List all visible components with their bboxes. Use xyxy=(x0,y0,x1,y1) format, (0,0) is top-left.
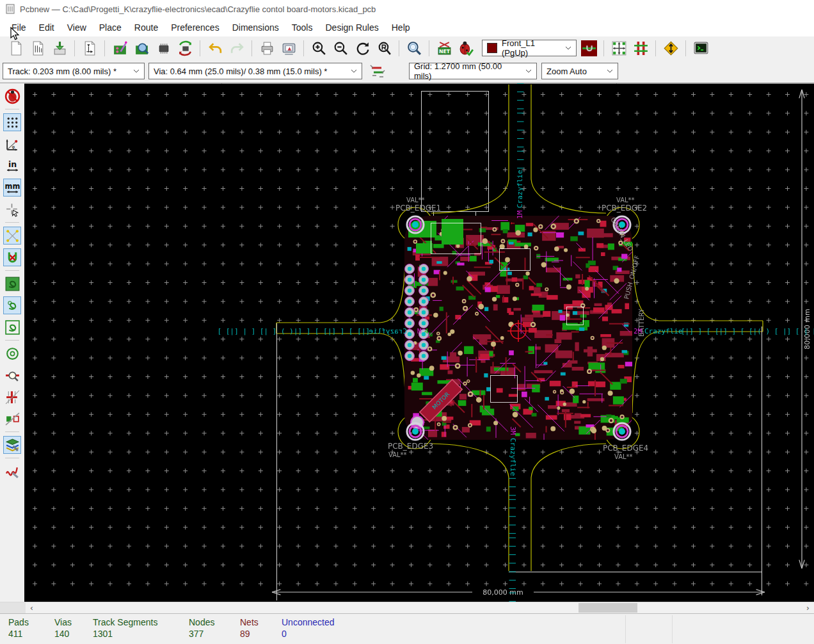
auto-track-width-icon[interactable] xyxy=(369,62,387,80)
new-board-icon[interactable] xyxy=(7,39,25,57)
zone-sketch-mode-icon[interactable] xyxy=(3,296,21,314)
zoom-out-icon[interactable] xyxy=(331,39,349,57)
ratsnest-visibility-icon[interactable] xyxy=(3,227,21,245)
toolbar-separator xyxy=(303,40,304,56)
microwave-tools-icon[interactable] xyxy=(662,39,680,57)
toolbar-separator xyxy=(104,40,105,56)
track-clearance-icon[interactable] xyxy=(3,388,21,406)
print-icon[interactable] xyxy=(258,39,276,57)
toolbar-separator xyxy=(655,40,656,56)
layer-select-value: Front_L1 (PgUp) xyxy=(502,38,560,58)
plot-icon[interactable] xyxy=(280,39,298,57)
toolbar-separator xyxy=(74,40,75,56)
toolbar-separator xyxy=(251,40,252,56)
status-field-track-segments: Track Segments1301 xyxy=(93,616,157,640)
via-size-select[interactable]: Via: 0.64 mm (25.0 mils)/ 0.38 mm (15.0 … xyxy=(148,63,362,79)
python-console-icon[interactable] xyxy=(692,39,710,57)
netlist-icon[interactable]: NET xyxy=(435,39,453,57)
title-bar: Pcbnew — C:\Cad\Progetti_K\crazyflie-ele… xyxy=(0,0,814,18)
menu-view[interactable]: View xyxy=(61,20,93,35)
menu-place[interactable]: Place xyxy=(93,20,128,35)
left-toolbar: φinmm xyxy=(0,83,24,602)
drc-off-icon[interactable] xyxy=(3,87,21,105)
zoom-value: Zoom Auto xyxy=(547,67,587,76)
app-icon xyxy=(5,4,15,14)
menu-edit[interactable]: Edit xyxy=(33,20,61,35)
footprint-mode-icon[interactable] xyxy=(610,39,628,57)
layer-select[interactable]: Front_L1 (PgUp) xyxy=(482,40,577,56)
save-board-icon[interactable] xyxy=(51,39,68,57)
menu-route[interactable]: Route xyxy=(128,20,164,35)
status-label: Nodes xyxy=(189,616,214,628)
chevron-down-icon xyxy=(560,46,571,51)
footprint-browser-icon[interactable] xyxy=(132,39,150,57)
microwave-toolbar-toggle-icon[interactable] xyxy=(3,462,21,480)
zoom-fit-icon[interactable] xyxy=(375,39,393,57)
via-sketch-mode-icon[interactable] xyxy=(3,344,21,362)
chevron-down-icon xyxy=(128,69,140,74)
undo-icon[interactable] xyxy=(206,39,224,57)
find-icon[interactable] xyxy=(405,39,423,57)
menu-dimensions[interactable]: Dimensions xyxy=(226,20,285,35)
zoom-redraw-icon[interactable] xyxy=(353,39,371,57)
status-field-pads: Pads411 xyxy=(8,616,29,640)
scroll-right-arrow[interactable]: › xyxy=(802,602,813,613)
cursor-shape-icon[interactable] xyxy=(3,200,21,218)
zone-filled-mode-icon[interactable] xyxy=(3,275,21,293)
track-width-select[interactable]: Track: 0.203 mm (8.00 mils) * xyxy=(3,63,145,79)
layers-manager-toggle-icon[interactable] xyxy=(3,436,21,454)
units-mm-icon[interactable]: mm xyxy=(3,179,21,197)
units-inches-icon[interactable]: in xyxy=(3,157,21,175)
track-mode-icon[interactable] xyxy=(632,39,650,57)
page-settings-icon[interactable] xyxy=(81,39,99,57)
track-width-value: Track: 0.203 mm (8.00 mils) * xyxy=(8,67,116,76)
redo-icon[interactable] xyxy=(228,39,246,57)
menu-tools[interactable]: Tools xyxy=(285,20,319,35)
statusbar-separator xyxy=(672,615,673,643)
zoom-in-icon[interactable] xyxy=(310,39,328,57)
menu-design-rules[interactable]: Design Rules xyxy=(319,20,385,35)
footprint-chip-icon[interactable] xyxy=(154,39,172,57)
footprint-editor-icon[interactable] xyxy=(111,39,129,57)
high-contrast-mode-icon[interactable] xyxy=(3,366,21,384)
statusbar-separator xyxy=(625,615,626,643)
toolbar-separator xyxy=(5,458,19,458)
via-size-value: Via: 0.64 mm (25.0 mils)/ 0.38 mm (15.0 … xyxy=(154,67,327,76)
zone-outline-mode-icon[interactable] xyxy=(3,318,21,336)
toolbar-separator xyxy=(5,222,19,223)
status-label: Vias xyxy=(54,616,72,628)
menu-preferences[interactable]: Preferences xyxy=(164,20,225,35)
menu-help[interactable]: Help xyxy=(385,20,417,35)
toolbar-separator xyxy=(399,40,399,56)
zoom-select[interactable]: Zoom Auto xyxy=(541,63,618,79)
scroll-left-arrow[interactable]: ‹ xyxy=(26,602,37,613)
pcb-editor-canvas[interactable] xyxy=(24,83,814,602)
status-bar: Pads411Vias140Track Segments1301Nodes377… xyxy=(0,613,814,644)
toolbar-separator xyxy=(5,270,19,271)
layers-manager-hide-icon[interactable] xyxy=(580,39,598,57)
toolbar-separator xyxy=(429,40,429,56)
update-footprints-icon[interactable] xyxy=(176,39,194,57)
top-toolbar: NETFront_L1 (PgUp) xyxy=(0,36,814,60)
chevron-down-icon xyxy=(520,69,532,74)
open-board-icon[interactable] xyxy=(29,39,47,57)
status-value: 0 xyxy=(282,628,335,640)
horizontal-scrollbar[interactable]: ‹ › xyxy=(0,602,814,613)
grid-select[interactable]: Grid: 1.2700 mm (50.00 mils) xyxy=(409,63,537,79)
polar-coords-icon[interactable]: φ xyxy=(3,135,21,153)
svg-text:mm: mm xyxy=(4,181,20,190)
menu-file[interactable]: File xyxy=(5,20,33,35)
chevron-down-icon xyxy=(602,69,613,74)
drc-check-icon[interactable] xyxy=(457,39,475,57)
chevron-down-icon xyxy=(346,69,357,74)
scrollbar-thumb[interactable] xyxy=(579,603,637,613)
layer-color-swatch xyxy=(487,43,497,53)
module-ratsnest-icon[interactable] xyxy=(3,248,21,266)
toolbar-separator xyxy=(5,109,19,109)
pad-sketch-mode-icon[interactable] xyxy=(3,410,21,428)
grid-visibility-icon[interactable] xyxy=(3,113,21,131)
status-value: 140 xyxy=(54,628,72,640)
status-value: 411 xyxy=(8,628,29,640)
status-value: 89 xyxy=(240,628,259,640)
status-label: Pads xyxy=(8,616,29,628)
